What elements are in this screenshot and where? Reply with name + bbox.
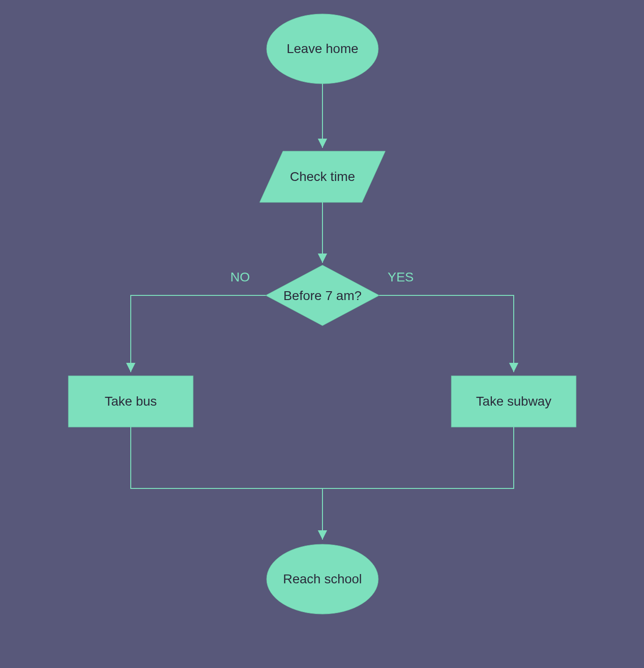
take-subway-label: Take subway (451, 385, 576, 418)
take-bus-label: Take bus (68, 385, 193, 418)
arrow-bus-to-merge (131, 427, 322, 488)
arrow-decision-no (131, 295, 266, 372)
check-time-label: Check time (267, 160, 378, 193)
arrow-decision-yes (379, 295, 514, 372)
start-label: Leave home (267, 33, 378, 65)
yes-label: YES (388, 270, 414, 285)
decision-label: Before 7 am? (267, 281, 378, 311)
arrow-subway-to-merge (322, 427, 514, 488)
end-label: Reach school (267, 563, 378, 595)
no-label: NO (230, 270, 250, 285)
